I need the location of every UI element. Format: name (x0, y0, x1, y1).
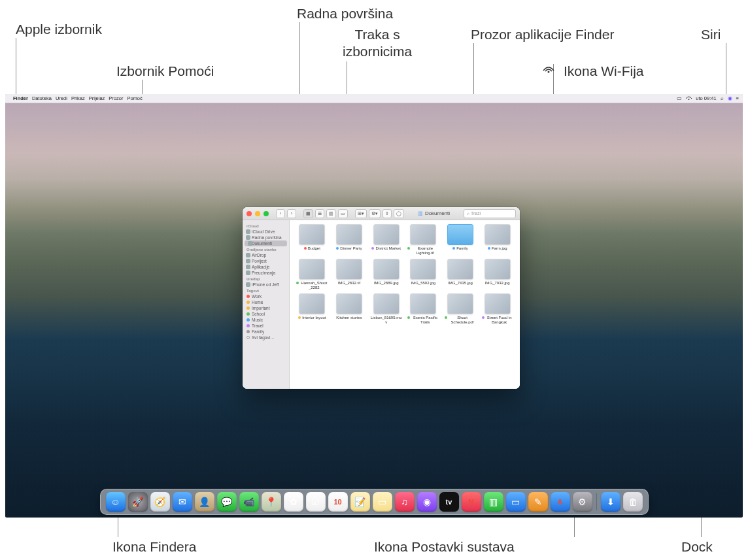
menu-file[interactable]: Datoteka (32, 95, 52, 101)
sidebar-item[interactable]: Family (243, 329, 289, 335)
file-item[interactable]: Family (443, 224, 478, 255)
dock-finder-icon[interactable]: ☺ (106, 492, 126, 512)
leader-line (16, 38, 16, 94)
file-item[interactable]: Kitchen stories (332, 293, 367, 324)
sidebar-item[interactable]: Preuzimanja (243, 270, 289, 276)
dock-launchpad-icon[interactable]: 🚀 (128, 492, 148, 512)
dock-messages-icon[interactable]: 💬 (217, 492, 237, 512)
file-item[interactable]: IMG_7932.jpg (480, 259, 515, 289)
view-gallery-button[interactable]: ▭ (338, 209, 348, 218)
close-button[interactable] (246, 211, 252, 216)
sidebar-item[interactable]: Important (243, 305, 289, 311)
sidebar-item[interactable]: School (243, 311, 289, 317)
dock-podcasts-icon[interactable]: ◉ (417, 492, 437, 512)
file-item[interactable]: Interior layout (295, 293, 330, 324)
dock-notes-icon[interactable]: 📝 (350, 492, 370, 512)
file-item[interactable]: IMG_2889.jpg (369, 259, 403, 289)
leader-line (347, 61, 347, 94)
file-item[interactable]: Budget (295, 224, 330, 255)
file-item[interactable]: Dinner Party (332, 224, 367, 255)
dock-maps-icon[interactable]: 📍 (262, 492, 281, 512)
file-item[interactable]: Scenic Pacific Trails (406, 293, 441, 324)
dock-calendar-icon[interactable]: 10 (328, 492, 348, 512)
view-list-button[interactable]: ☰ (315, 209, 324, 218)
file-label: Example Lighting.tif (407, 246, 439, 255)
tags-button[interactable]: ◯ (394, 209, 404, 218)
dock-contacts-icon[interactable]: 👤 (195, 492, 214, 512)
dock-stickies-icon[interactable]: ▭ (373, 492, 392, 512)
file-label: Shoot Schedule.pdf (445, 316, 476, 324)
sidebar-item[interactable]: Travel (243, 323, 289, 329)
file-item[interactable]: Example Lighting.tif (406, 224, 441, 255)
file-item[interactable]: District Market (369, 224, 403, 255)
file-item[interactable]: Hannah_Shoot_2282 (295, 259, 330, 289)
file-item[interactable]: IMG_2832.tif (332, 259, 367, 289)
menu-view[interactable]: Prikaz (71, 95, 85, 101)
back-button[interactable]: ‹ (276, 209, 285, 218)
sidebar-item[interactable]: Svi tagovi… (243, 335, 289, 340)
tag-dot-icon (246, 295, 250, 298)
spotlight-icon[interactable]: ⌕ (721, 95, 724, 101)
file-item[interactable]: IMG_5502.jpg (406, 259, 441, 289)
menu-window[interactable]: Prozor (109, 95, 123, 101)
sidebar-item[interactable]: iCloud Drive (243, 229, 289, 235)
file-item[interactable]: Farm.jpg (480, 224, 515, 255)
dock-facetime-icon[interactable]: 📹 (239, 492, 259, 512)
file-item[interactable]: IMG_7635.jpg (443, 259, 478, 289)
sidebar-item[interactable]: Music (243, 317, 289, 323)
file-item[interactable]: Shoot Schedule.pdf (443, 293, 478, 324)
sidebar-item[interactable]: AirDrop (243, 252, 289, 258)
tag-dot-icon (336, 247, 339, 250)
action-button[interactable]: ⚙▾ (369, 209, 381, 218)
sidebar-item[interactable]: Dokumenti (245, 240, 287, 246)
wifi-status-icon[interactable] (686, 95, 692, 102)
tag-dot-icon (298, 316, 301, 319)
view-icon-button[interactable]: ▦ (303, 209, 313, 218)
menu-help[interactable]: Pomoć (127, 95, 142, 101)
file-item[interactable]: Street Food in Bangkok (480, 293, 515, 324)
dock-system-preferences-icon[interactable]: ⚙ (573, 492, 592, 512)
zoom-button[interactable] (264, 211, 269, 216)
dock-keynote-icon[interactable]: ▭ (506, 492, 526, 512)
clock[interactable]: uto 09:41 (696, 95, 716, 101)
group-button[interactable]: ⊞▾ (355, 209, 367, 218)
dock-reminders-icon[interactable]: ☑ (306, 492, 326, 512)
dock-numbers-icon[interactable]: ▥ (484, 492, 503, 512)
search-field[interactable]: ⌕ Traži (464, 209, 516, 218)
minimize-button[interactable] (255, 211, 260, 216)
sidebar-item[interactable]: Aplikacije (243, 264, 289, 270)
sidebar-item[interactable]: Povijest (243, 258, 289, 264)
dock-downloads-icon[interactable]: ⬇ (601, 492, 620, 512)
notification-center-icon[interactable]: ≡ (736, 95, 739, 101)
dock-mail-icon[interactable]: ✉ (173, 492, 192, 512)
siri-icon[interactable]: ◉ (728, 95, 732, 101)
dock-trash-icon[interactable]: 🗑 (623, 492, 643, 512)
sidebar-item[interactable]: Radna površina (243, 235, 289, 240)
leader-line (701, 516, 702, 537)
sidebar-item[interactable]: Work (243, 293, 289, 299)
finder-content[interactable]: BudgetDinner PartyDistrict MarketExample… (290, 220, 520, 389)
dock-news-icon[interactable]: N (462, 492, 481, 512)
finder-titlebar[interactable]: ‹ › ▦ ☰ ▥ ▭ ⊞▾ ⚙▾ ⇪ ◯ ▥Dokumenti ⌕ Traži (243, 207, 520, 220)
forward-button[interactable]: › (287, 209, 296, 218)
view-column-button[interactable]: ▥ (326, 209, 336, 218)
share-button[interactable]: ⇪ (382, 209, 392, 218)
airplay-icon[interactable]: ▭ (677, 95, 682, 101)
dock-safari-icon[interactable]: 🧭 (150, 492, 170, 512)
desktop[interactable]: Finder Datoteka Uredi Prikaz Prijelaz Pr… (5, 94, 743, 518)
dock-music-icon[interactable]: ♫ (395, 492, 415, 512)
file-item[interactable]: Lisbon_81695.mov (369, 293, 403, 324)
dock-tv-icon[interactable]: tv (439, 492, 459, 512)
file-thumbnail (484, 224, 511, 245)
svg-point-1 (688, 99, 690, 100)
sidebar-item[interactable]: Home (243, 299, 289, 305)
dock-appstore-icon[interactable]: A (551, 492, 570, 512)
sidebar-item-icon (246, 253, 250, 257)
menu-go[interactable]: Prijelaz (89, 95, 105, 101)
dock-pages-icon[interactable]: ✎ (528, 492, 548, 512)
dock-photos-icon[interactable]: ✿ (284, 492, 303, 512)
menu-edit[interactable]: Uredi (56, 95, 67, 101)
menu-finder[interactable]: Finder (13, 95, 28, 101)
sidebar-item[interactable]: iPhone od Jeff (243, 282, 289, 288)
file-thumbnail (410, 224, 436, 245)
